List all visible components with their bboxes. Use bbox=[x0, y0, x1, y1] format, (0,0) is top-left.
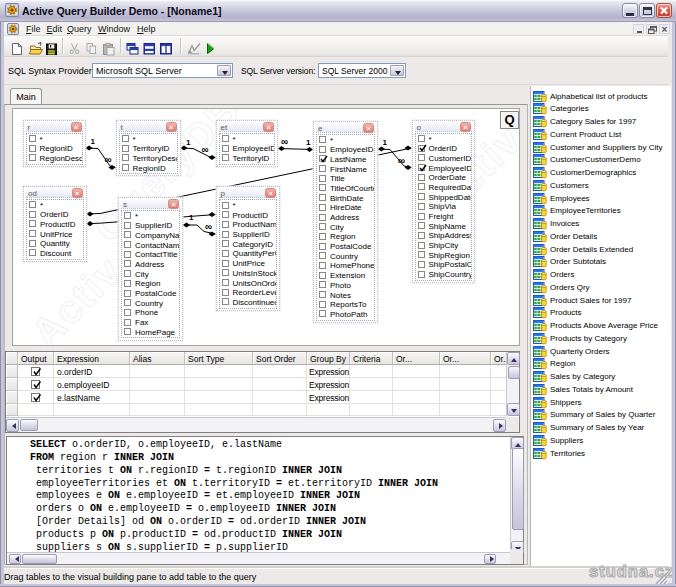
svg-text:1: 1 bbox=[91, 137, 96, 146]
svg-text:1: 1 bbox=[189, 213, 194, 222]
svg-text:∞: ∞ bbox=[205, 221, 212, 232]
svg-text:∞: ∞ bbox=[281, 136, 288, 147]
svg-text:1: 1 bbox=[383, 138, 388, 147]
svg-text:∞: ∞ bbox=[105, 154, 112, 165]
svg-text:∞: ∞ bbox=[202, 144, 209, 155]
svg-text:1: 1 bbox=[186, 138, 191, 147]
svg-text:1: 1 bbox=[306, 138, 311, 147]
svg-text:∞: ∞ bbox=[398, 155, 405, 166]
